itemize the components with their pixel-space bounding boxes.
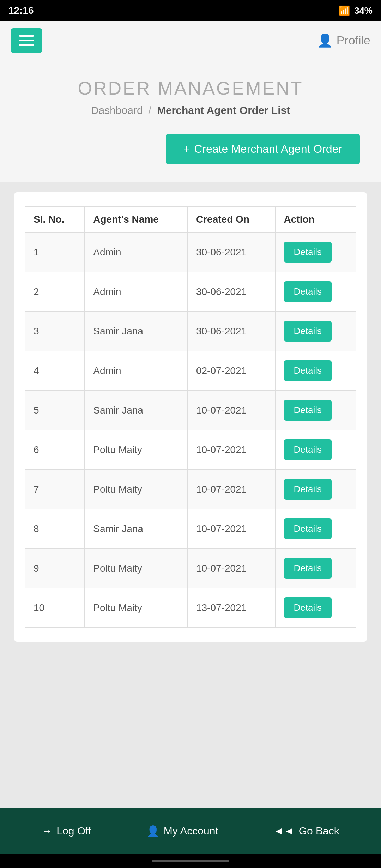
cell-created-on: 02-07-2021 [187,351,275,391]
cell-agent-name: Admin [85,351,188,391]
cell-sl-no: 7 [25,470,85,509]
hamburger-line-2 [19,40,34,41]
create-btn-icon: + [183,143,190,156]
table-header-row: Sl. No. Agent's Name Created On Action [25,207,356,233]
cell-action: Details [275,549,356,588]
cell-agent-name: Samir Jana [85,509,188,549]
breadcrumb-separator: / [149,104,151,116]
my-account-icon: 👤 [146,825,159,837]
cell-created-on: 10-07-2021 [187,430,275,470]
details-button[interactable]: Details [284,321,332,342]
table-row: 5Samir Jana10-07-2021Details [25,391,356,430]
table-row: 1Admin30-06-2021Details [25,233,356,272]
details-button[interactable]: Details [284,439,332,460]
cell-sl-no: 9 [25,549,85,588]
log-off-icon: → [42,825,52,837]
cell-sl-no: 5 [25,391,85,430]
status-bar: 12:16 📶 34% [0,0,381,21]
cell-action: Details [275,588,356,628]
cell-agent-name: Admin [85,233,188,272]
details-button[interactable]: Details [284,518,332,539]
create-order-button[interactable]: + Create Merchant Agent Order [166,134,360,164]
breadcrumb-home[interactable]: Dashboard [91,104,143,116]
table-row: 8Samir Jana10-07-2021Details [25,509,356,549]
table-section: Sl. No. Agent's Name Created On Action 1… [0,182,381,808]
cell-created-on: 10-07-2021 [187,509,275,549]
table-wrapper: Sl. No. Agent's Name Created On Action 1… [14,192,367,642]
cell-agent-name: Admin [85,272,188,312]
cell-action: Details [275,430,356,470]
battery-label: 34% [354,5,373,16]
home-indicator [0,854,381,868]
hamburger-line-1 [19,35,34,37]
cell-sl-no: 3 [25,312,85,351]
profile-icon: 👤 [317,33,333,48]
cell-action: Details [275,351,356,391]
cell-action: Details [275,391,356,430]
cell-sl-no: 1 [25,233,85,272]
cell-action: Details [275,509,356,549]
profile-link[interactable]: 👤 Profile [317,33,370,48]
go-back-label: Go Back [299,825,339,837]
page-title: ORDER MANAGEMENT [11,78,370,99]
my-account-button[interactable]: 👤 My Account [146,825,218,837]
cell-action: Details [275,470,356,509]
details-button[interactable]: Details [284,400,332,421]
status-time: 12:16 [8,5,34,16]
cell-agent-name: Poltu Maity [85,430,188,470]
navbar: 👤 Profile [0,21,381,60]
cell-agent-name: Samir Jana [85,312,188,351]
details-button[interactable]: Details [284,242,332,263]
home-bar [152,860,229,862]
footer: → Log Off 👤 My Account ◄◄ Go Back [0,808,381,854]
wifi-icon: 📶 [339,5,350,16]
table-row: 3Samir Jana30-06-2021Details [25,312,356,351]
cell-sl-no: 2 [25,272,85,312]
col-agent-name: Agent's Name [85,207,188,233]
cell-created-on: 30-06-2021 [187,312,275,351]
cell-agent-name: Poltu Maity [85,470,188,509]
breadcrumb-current: Merchant Agent Order List [157,104,290,116]
breadcrumb: Dashboard / Merchant Agent Order List [11,104,370,116]
table-row: 4Admin02-07-2021Details [25,351,356,391]
cell-action: Details [275,312,356,351]
cell-agent-name: Poltu Maity [85,588,188,628]
go-back-icon: ◄◄ [273,825,294,837]
my-account-label: My Account [164,825,218,837]
cell-action: Details [275,233,356,272]
cell-sl-no: 4 [25,351,85,391]
cell-created-on: 30-06-2021 [187,272,275,312]
table-row: 10Poltu Maity13-07-2021Details [25,588,356,628]
cell-created-on: 10-07-2021 [187,549,275,588]
profile-label: Profile [337,34,370,47]
details-button[interactable]: Details [284,281,332,302]
action-area: + Create Merchant Agent Order [0,127,381,182]
orders-table: Sl. No. Agent's Name Created On Action 1… [25,206,356,628]
cell-created-on: 13-07-2021 [187,588,275,628]
cell-created-on: 10-07-2021 [187,391,275,430]
status-right: 📶 34% [339,5,373,16]
go-back-button[interactable]: ◄◄ Go Back [273,825,339,837]
table-row: 7Poltu Maity10-07-2021Details [25,470,356,509]
details-button[interactable]: Details [284,479,332,500]
cell-action: Details [275,272,356,312]
cell-created-on: 30-06-2021 [187,233,275,272]
cell-agent-name: Poltu Maity [85,549,188,588]
cell-sl-no: 10 [25,588,85,628]
col-action: Action [275,207,356,233]
col-created-on: Created On [187,207,275,233]
col-sl-no: Sl. No. [25,207,85,233]
cell-agent-name: Samir Jana [85,391,188,430]
details-button[interactable]: Details [284,558,332,579]
create-btn-label: Create Merchant Agent Order [194,143,342,156]
details-button[interactable]: Details [284,360,332,381]
details-button[interactable]: Details [284,597,332,618]
table-row: 2Admin30-06-2021Details [25,272,356,312]
cell-created-on: 10-07-2021 [187,470,275,509]
table-row: 9Poltu Maity10-07-2021Details [25,549,356,588]
table-row: 6Poltu Maity10-07-2021Details [25,430,356,470]
hamburger-button[interactable] [11,28,42,53]
cell-sl-no: 8 [25,509,85,549]
log-off-button[interactable]: → Log Off [42,825,91,837]
cell-sl-no: 6 [25,430,85,470]
